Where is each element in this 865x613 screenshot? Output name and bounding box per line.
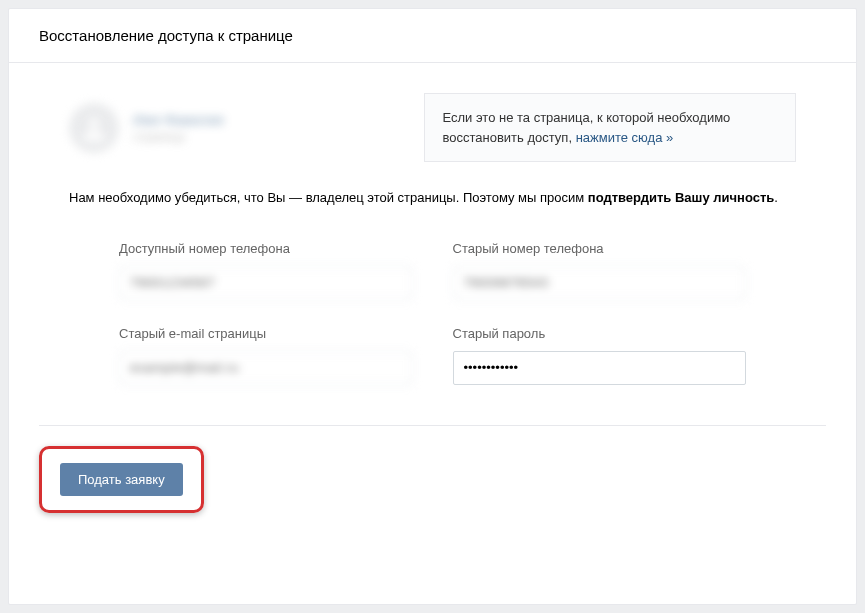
available-phone-field: Доступный номер телефона bbox=[119, 241, 413, 300]
avatar bbox=[69, 103, 119, 153]
form-grid: Доступный номер телефона Старый номер те… bbox=[69, 241, 796, 385]
old-email-field: Старый e-mail страницы bbox=[119, 326, 413, 385]
old-password-field: Старый пароль bbox=[453, 326, 747, 385]
lead-bold: подтвердить Вашу личность bbox=[588, 190, 774, 205]
old-phone-label: Старый номер телефона bbox=[453, 241, 747, 256]
click-here-link[interactable]: нажмите сюда » bbox=[576, 130, 674, 145]
old-password-input[interactable] bbox=[453, 351, 747, 385]
highlight-annotation: Подать заявку bbox=[39, 446, 204, 513]
content-area: Имя Фамилия страница Если это не та стра… bbox=[9, 63, 856, 385]
old-password-label: Старый пароль bbox=[453, 326, 747, 341]
lead-text: Нам необходимо убедиться, что Вы — владе… bbox=[69, 188, 796, 209]
old-email-label: Старый e-mail страницы bbox=[119, 326, 413, 341]
restore-access-panel: Восстановление доступа к странице Имя Фа… bbox=[8, 8, 857, 605]
available-phone-label: Доступный номер телефона bbox=[119, 241, 413, 256]
old-email-input[interactable] bbox=[119, 351, 413, 385]
profile-subline: страница bbox=[133, 130, 224, 144]
panel-footer: Подать заявку bbox=[9, 426, 856, 533]
old-phone-input[interactable] bbox=[453, 266, 747, 300]
svg-point-0 bbox=[89, 118, 99, 128]
profile-text: Имя Фамилия страница bbox=[133, 112, 224, 144]
profile-name: Имя Фамилия bbox=[133, 112, 224, 128]
old-phone-field: Старый номер телефона bbox=[453, 241, 747, 300]
profile-preview: Имя Фамилия страница bbox=[69, 93, 404, 162]
available-phone-input[interactable] bbox=[119, 266, 413, 300]
user-icon bbox=[79, 113, 109, 143]
top-row: Имя Фамилия страница Если это не та стра… bbox=[69, 93, 796, 162]
lead-part1: Нам необходимо убедиться, что Вы — владе… bbox=[69, 190, 588, 205]
wrong-page-info-box: Если это не та страница, к которой необх… bbox=[424, 93, 797, 162]
submit-button[interactable]: Подать заявку bbox=[60, 463, 183, 496]
page-title: Восстановление доступа к странице bbox=[9, 9, 856, 63]
lead-part2: . bbox=[774, 190, 778, 205]
